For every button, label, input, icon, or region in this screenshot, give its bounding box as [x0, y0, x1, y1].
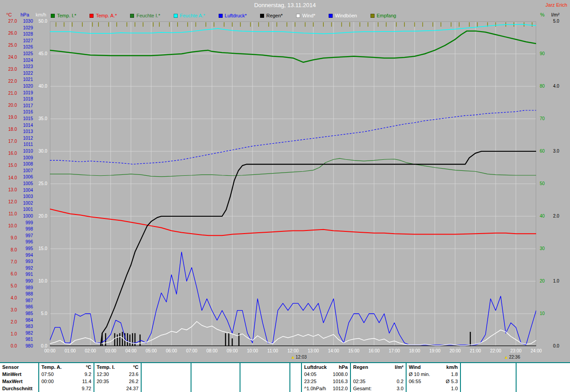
- legend-item-luftdruck[interactable]: Luftdruck*: [219, 13, 247, 18]
- axis-tick-label: 6.0: [0, 271, 17, 277]
- axis-tick-label: 80: [540, 84, 552, 89]
- axis-tick-label: 1020: [18, 84, 33, 89]
- rain-bar: [132, 333, 133, 346]
- axis-tick-label: 20: [540, 279, 552, 284]
- stats-cell-value: 9.72: [82, 385, 91, 392]
- stats-table: SensorMinWertMaxWertDurchschnittTemp. A.…: [0, 362, 570, 392]
- axis-tick-label: 21.0: [0, 91, 17, 96]
- rain-bar: [119, 333, 120, 346]
- legend-item-regen[interactable]: Regen*: [260, 13, 283, 18]
- legend-swatch-feuchte_a: [174, 14, 178, 18]
- stats-cell-value: 1012.0: [333, 385, 348, 392]
- stats-cell-value: °C: [133, 364, 138, 371]
- axis-tick-label: 986: [18, 304, 33, 310]
- stats-cell-value: 3.0: [397, 385, 403, 392]
- stats-col: LuftdruckhPa04:051008.023:251016.3^1.0hP…: [302, 363, 351, 392]
- legend-item-temp_i[interactable]: Temp. I.*: [51, 13, 76, 18]
- axis-tick-label: 5.0: [553, 19, 568, 24]
- axis-tick-label: 45.0: [33, 51, 47, 57]
- axis-header-hpa: hPa: [20, 12, 29, 17]
- axis-tick-label: 1026: [18, 44, 33, 50]
- x-axis-label: 17:00: [385, 348, 404, 353]
- stats-cell-value: 1008.0: [333, 371, 348, 378]
- page-title: Donnerstag, 13.11.2014: [254, 2, 316, 8]
- axis-tick-label: 1000: [18, 214, 33, 219]
- axis-tick-label: 23.0: [0, 67, 17, 72]
- axis-tick-label: 995: [18, 246, 33, 251]
- stats-col: [191, 363, 240, 392]
- axis-tick-label: 1005: [18, 181, 33, 186]
- axis-tick-label: 27.0: [0, 19, 17, 24]
- axis-tick-label: 1.0: [0, 331, 17, 337]
- stats-row-label: Durchschnitt: [2, 385, 33, 392]
- legend-label: Wind*: [302, 13, 315, 18]
- axis-tick-label: 999: [18, 220, 33, 226]
- axis-tick-label: 1003: [18, 194, 33, 199]
- axis-tick-label: 982: [18, 331, 33, 336]
- legend-swatch-windboeen: [329, 14, 333, 18]
- stats-col: [461, 363, 517, 392]
- chart-legend: Temp. I.*Temp. A.*Feuchte I.*Feuchte A.*…: [51, 13, 523, 18]
- legend-item-windboeen[interactable]: Windböen: [329, 13, 357, 18]
- legend-swatch-temp_i: [51, 14, 55, 18]
- x-axis-label: 22:00: [486, 348, 505, 353]
- stats-cell-label: 23:25: [304, 378, 317, 385]
- stats-cell-label: 00:00: [41, 378, 54, 385]
- legend-item-temp_a[interactable]: Temp. A.*: [90, 13, 117, 18]
- axis-header-kmh: km/h: [36, 12, 46, 17]
- axis-tick-label: 40: [540, 214, 552, 219]
- rain-bar: [232, 338, 232, 346]
- axis-tick-label: 5.0: [0, 283, 17, 289]
- axis-tick-label: 987: [18, 298, 33, 303]
- x-axis-label: 13:00: [304, 348, 323, 353]
- axis-tick-label: 984: [18, 318, 33, 323]
- axis-tick-label: 15.0: [33, 246, 47, 251]
- axis-tick-label: 30.0: [33, 149, 47, 154]
- axis-tick-label: 1023: [18, 64, 33, 69]
- axis-tick-label: 1004: [18, 188, 33, 193]
- y-axis-hpa: 1030102910281027102610251024102310221021…: [18, 0, 33, 392]
- axis-tick-label: 13.0: [0, 187, 17, 193]
- y-axis-pct: 908070605040302010: [540, 0, 552, 392]
- axis-tick-label: 1027: [18, 38, 33, 44]
- rain-bar: [130, 335, 130, 346]
- stats-cell-label: 06:55: [409, 378, 421, 385]
- stats-cell-label: 12:30: [97, 371, 109, 378]
- axis-tick-label: 18.0: [0, 127, 17, 132]
- axis-tick-label: 19.0: [0, 115, 17, 120]
- stats-cell-label: Gesamt:: [353, 385, 372, 392]
- stats-col: [142, 363, 191, 392]
- sun-icon: ▲: [291, 355, 295, 360]
- x-axis-label: 06:00: [162, 348, 181, 353]
- stats-col: Windkm/hØ 10 min.1.806:55Ø 5.31.0: [407, 363, 461, 392]
- stats-col: [517, 363, 570, 392]
- stats-cell-value: 26.2: [129, 378, 138, 385]
- axis-header-pct: %: [540, 12, 545, 17]
- axis-tick-label: 993: [18, 259, 33, 264]
- x-axis-label: 24:00: [526, 348, 546, 353]
- axis-header-temp: °C: [6, 12, 12, 17]
- legend-item-wind[interactable]: Wind*: [296, 13, 315, 18]
- stats-col: Temp. A.°C07:509.200:0011.49.72: [39, 363, 94, 392]
- axis-tick-label: 990: [18, 279, 33, 284]
- stats-cell-value: 1016.3: [333, 378, 348, 385]
- legend-item-empfang[interactable]: Empfang: [370, 13, 396, 18]
- axis-tick-label: 2.0: [0, 319, 17, 325]
- axis-tick-label: 3.0: [0, 307, 17, 313]
- axis-tick-label: 1022: [18, 71, 33, 76]
- axis-tick-label: 1008: [18, 162, 33, 167]
- legend-item-feuchte_i[interactable]: Feuchte I.*: [130, 13, 160, 18]
- axis-tick-label: 1028: [18, 32, 33, 37]
- x-axis-label: 08:00: [202, 348, 222, 353]
- y-axis-lm2: 5.04.03.02.01.00.0: [553, 0, 568, 392]
- axis-tick-label: 50: [540, 181, 552, 186]
- legend-item-feuchte_a[interactable]: Feuchte A.*: [174, 13, 205, 18]
- axis-tick-label: 8.0: [0, 247, 17, 253]
- axis-tick-label: 3.0: [553, 149, 568, 154]
- x-axis-label: 18:00: [405, 348, 424, 353]
- axis-tick-label: 1018: [18, 97, 33, 102]
- axis-tick-label: 1011: [18, 142, 33, 147]
- axis-tick-label: 11.0: [0, 211, 17, 217]
- chart-plot-area[interactable]: [50, 21, 536, 346]
- x-axis-label: 04:00: [121, 348, 141, 353]
